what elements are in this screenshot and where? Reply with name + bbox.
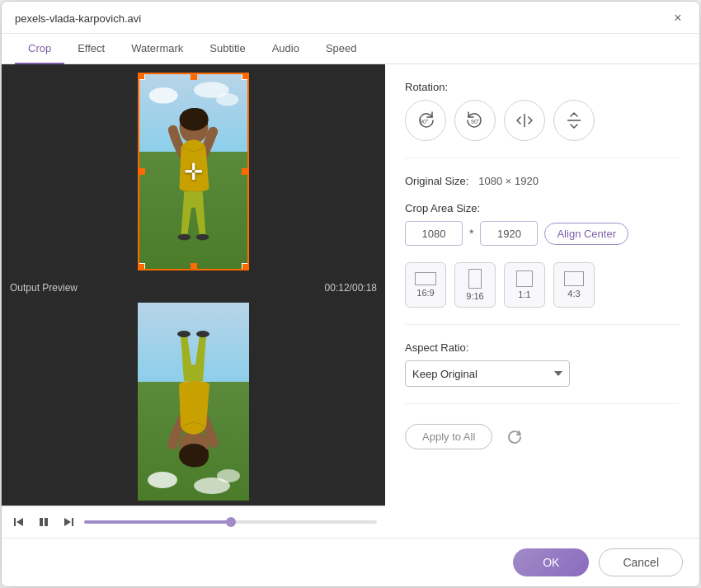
main-dialog: pexels-vlada-karpovich.avi × Crop Effect… <box>1 1 700 587</box>
tab-watermark[interactable]: Watermark <box>118 34 196 64</box>
rotation-label: Rotation: <box>405 81 680 93</box>
svg-point-9 <box>217 469 240 482</box>
left-panel: ✛ Output Preview 00:12/00:18 <box>2 64 385 538</box>
aspect-ratio-section: Aspect Ratio: Keep Original 16:9 9:16 1:… <box>405 341 680 387</box>
progress-bar[interactable] <box>84 520 377 524</box>
aspect-icon-11 <box>516 270 533 287</box>
output-frame <box>138 303 249 501</box>
apply-row: Apply to All <box>405 421 680 449</box>
svg-text:90°: 90° <box>471 119 480 125</box>
multiply-sign: * <box>469 227 473 240</box>
aspect-icon-43 <box>564 271 584 286</box>
tab-audio[interactable]: Audio <box>259 34 313 64</box>
aspect-ratio-preset-buttons: 16:9 9:16 1:1 4:3 <box>405 262 680 308</box>
video-output-area <box>2 297 385 506</box>
next-button[interactable] <box>59 513 78 531</box>
prev-button[interactable] <box>10 513 28 531</box>
crop-area-section: Crop Area Size: * Align Center <box>405 202 680 246</box>
progress-thumb[interactable] <box>226 517 236 527</box>
svg-point-2 <box>216 93 238 106</box>
handle-bottom-left[interactable] <box>139 263 145 270</box>
aspect-ratio-dropdown[interactable]: Keep Original 16:9 9:16 1:1 4:3 Free <box>405 360 570 387</box>
dialog-title: pexels-vlada-karpovich.avi <box>15 12 141 25</box>
rotate-cw-button[interactable]: 90° <box>405 100 446 141</box>
close-button[interactable]: × <box>670 10 686 26</box>
tab-crop[interactable]: Crop <box>15 34 64 64</box>
tab-speed[interactable]: Speed <box>313 34 370 64</box>
move-cursor-icon: ✛ <box>184 158 203 186</box>
pause-button[interactable] <box>35 513 53 531</box>
rotate-cw-icon: 90° <box>416 111 435 130</box>
crop-inputs-row: * Align Center <box>405 221 680 246</box>
skip-back-icon <box>13 516 25 528</box>
align-center-button[interactable]: Align Center <box>544 223 628 245</box>
svg-point-13 <box>196 331 209 337</box>
svg-rect-18 <box>72 518 73 526</box>
divider-1 <box>405 158 680 158</box>
flip-v-icon <box>564 111 584 130</box>
svg-point-6 <box>196 234 209 241</box>
svg-rect-14 <box>14 518 16 526</box>
svg-marker-15 <box>16 518 23 526</box>
svg-text:90°: 90° <box>420 119 429 125</box>
flip-horizontal-button[interactable] <box>504 100 545 141</box>
handle-left-center[interactable] <box>139 168 145 175</box>
aspect-btn-11[interactable]: 1:1 <box>504 262 545 308</box>
tab-subtitle[interactable]: Subtitle <box>196 34 258 64</box>
flip-h-icon <box>515 111 534 130</box>
rotation-section: Rotation: 90° 90° <box>405 81 680 141</box>
tab-bar: Crop Effect Watermark Subtitle Audio Spe… <box>2 34 699 64</box>
svg-rect-17 <box>45 518 48 526</box>
rotate-ccw-icon: 90° <box>465 111 485 130</box>
handle-right-center[interactable] <box>242 168 248 175</box>
handle-bottom-right[interactable] <box>242 263 248 270</box>
aspect-btn-43[interactable]: 4:3 <box>553 262 595 308</box>
video-edit-area: ✛ <box>2 64 385 279</box>
aspect-btn-916[interactable]: 9:16 <box>454 262 496 308</box>
right-panel: Rotation: 90° 90° <box>385 64 699 538</box>
refresh-button[interactable] <box>502 425 527 449</box>
flip-vertical-button[interactable] <box>553 100 595 141</box>
crop-height-input[interactable] <box>480 221 538 246</box>
divider-3 <box>405 403 680 404</box>
handle-top-right[interactable] <box>242 73 248 80</box>
divider-2 <box>405 324 680 325</box>
aspect-icon-916 <box>468 269 482 289</box>
apply-all-button[interactable]: Apply to All <box>405 424 492 449</box>
handle-top-center[interactable] <box>191 73 197 80</box>
timestamp-label: 00:12/00:18 <box>325 282 377 294</box>
svg-point-5 <box>178 234 191 241</box>
aspect-label-11: 1:1 <box>518 289 530 299</box>
handle-top-left[interactable] <box>139 73 145 80</box>
person-figure-bottom <box>138 303 249 501</box>
playback-bar <box>2 506 385 538</box>
footer-bar: OK Cancel <box>2 538 699 586</box>
cancel-button[interactable]: Cancel <box>599 548 683 576</box>
progress-fill <box>84 520 231 524</box>
svg-point-12 <box>177 331 191 337</box>
rotation-buttons: 90° 90° <box>405 100 680 141</box>
output-preview-label: Output Preview <box>10 282 78 294</box>
original-size-value: 1080 × 1920 <box>478 175 539 187</box>
handle-bottom-center[interactable] <box>191 263 197 270</box>
aspect-icon-169 <box>415 272 436 285</box>
pause-icon <box>38 516 49 528</box>
crop-width-input[interactable] <box>405 221 463 246</box>
crop-frame[interactable]: ✛ <box>138 73 249 270</box>
rotate-ccw-button[interactable]: 90° <box>454 100 496 141</box>
main-content: ✛ Output Preview 00:12/00:18 <box>2 64 699 538</box>
aspect-btn-169[interactable]: 16:9 <box>405 262 446 308</box>
title-bar: pexels-vlada-karpovich.avi × <box>2 2 699 34</box>
aspect-label-43: 4:3 <box>567 289 580 299</box>
svg-point-0 <box>149 87 178 103</box>
svg-marker-19 <box>64 518 71 526</box>
aspect-ratio-label: Aspect Ratio: <box>405 341 680 354</box>
svg-point-7 <box>148 472 177 488</box>
skip-forward-icon <box>63 516 74 528</box>
aspect-label-916: 9:16 <box>466 291 483 301</box>
original-size-row: Original Size: 1080 × 1920 <box>405 175 680 187</box>
tab-effect[interactable]: Effect <box>64 34 118 64</box>
ok-button[interactable]: OK <box>513 548 589 576</box>
crop-area-label: Crop Area Size: <box>405 202 680 214</box>
refresh-icon <box>507 430 522 445</box>
